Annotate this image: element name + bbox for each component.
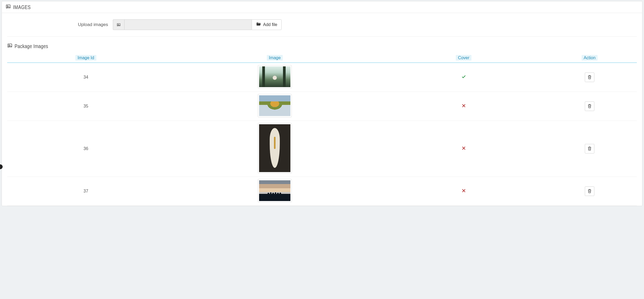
panel-heading: IMAGES (2, 1, 642, 13)
image-thumbnail[interactable] (258, 179, 292, 202)
upload-input-group: Add file (113, 19, 282, 30)
check-icon[interactable] (461, 75, 466, 80)
delete-button[interactable] (585, 72, 594, 82)
cell-image-id: 36 (7, 121, 165, 177)
cell-image-id: 35 (7, 92, 165, 121)
cell-action (542, 63, 637, 92)
delete-button[interactable] (585, 186, 594, 196)
svg-point-1 (7, 6, 8, 7)
picture-icon (6, 4, 11, 10)
image-thumbnail[interactable] (258, 123, 292, 173)
table-row: 36 (7, 121, 637, 177)
image-thumbnail[interactable] (258, 94, 292, 117)
thumbnail-art (259, 124, 290, 172)
delete-button[interactable] (585, 144, 594, 153)
cell-image (165, 177, 385, 206)
add-file-label: Add file (263, 22, 277, 27)
cell-image-id: 34 (7, 63, 165, 92)
cell-cover (385, 92, 542, 121)
subheading: Package Images (7, 43, 637, 49)
picture-icon (113, 19, 124, 30)
svg-point-3 (118, 24, 119, 25)
images-panel: IMAGES Upload images (2, 1, 642, 206)
table-row: 35 (7, 92, 637, 121)
cell-cover (385, 177, 542, 206)
col-image-id[interactable]: Image Id (75, 55, 96, 61)
picture-icon (7, 43, 12, 49)
cell-image (165, 92, 385, 121)
col-action[interactable]: Action (582, 55, 598, 61)
cell-image (165, 121, 385, 177)
sub-title: Package Images (15, 43, 48, 49)
col-cover[interactable]: Cover (456, 55, 471, 61)
thumbnail-art (259, 95, 290, 116)
image-thumbnail[interactable] (258, 65, 292, 88)
svg-point-5 (9, 45, 10, 46)
cell-action (542, 177, 637, 206)
times-icon[interactable] (461, 189, 466, 194)
trash-icon (587, 104, 592, 109)
table-row: 37 (7, 177, 637, 206)
times-icon[interactable] (461, 104, 466, 109)
folder-open-icon (256, 22, 261, 28)
cell-action (542, 121, 637, 177)
upload-label: Upload images (7, 22, 108, 27)
cell-cover (385, 63, 542, 92)
times-icon[interactable] (461, 146, 466, 152)
trash-icon (587, 146, 592, 152)
col-image[interactable]: Image (267, 55, 283, 61)
trash-icon (587, 189, 592, 194)
thumbnail-art (259, 66, 290, 87)
delete-button[interactable] (585, 101, 594, 111)
table-row: 34 (7, 63, 637, 92)
thumbnail-art (259, 180, 290, 201)
cell-cover (385, 121, 542, 177)
panel-title: IMAGES (13, 4, 31, 10)
trash-icon (587, 75, 592, 80)
cell-action (542, 92, 637, 121)
cell-image-id: 37 (7, 177, 165, 206)
upload-row: Upload images (7, 19, 637, 37)
package-images-table: Image Id Image Cover Action 34353637 (7, 53, 637, 206)
upload-filename-input[interactable] (124, 19, 252, 30)
cell-image (165, 63, 385, 92)
add-file-button[interactable]: Add file (252, 19, 282, 30)
